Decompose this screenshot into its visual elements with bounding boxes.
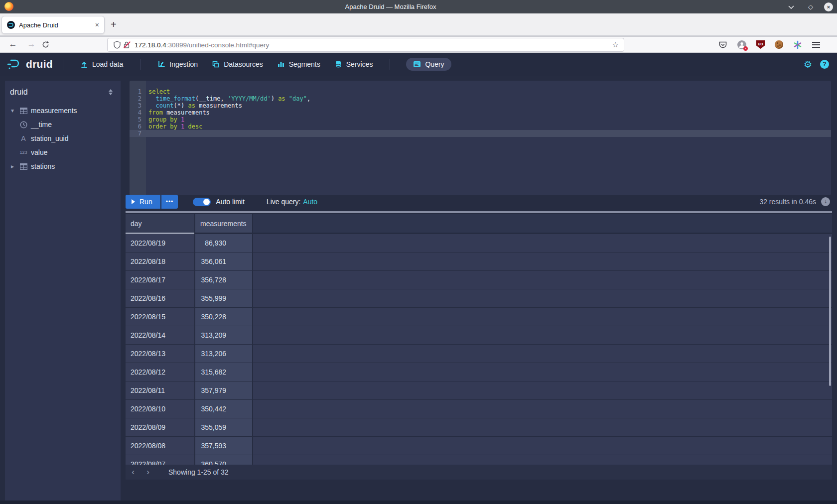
- settings-gear-icon[interactable]: ⚙: [804, 59, 812, 70]
- cell-measurements[interactable]: 360,570: [195, 455, 252, 465]
- menu-icon[interactable]: [812, 42, 820, 48]
- extension-asterisk-icon[interactable]: [793, 40, 802, 49]
- reload-icon[interactable]: [42, 41, 53, 48]
- run-button[interactable]: Run: [126, 195, 160, 209]
- table-row[interactable]: 2022/08/16355,999: [126, 289, 832, 307]
- nav-item-ingestion[interactable]: Ingestion: [157, 60, 198, 68]
- cell-measurements[interactable]: 350,442: [195, 400, 252, 418]
- minimize-icon[interactable]: [788, 5, 797, 9]
- table-row[interactable]: 2022/08/13313,206: [126, 345, 832, 363]
- run-more-button[interactable]: •••: [161, 195, 178, 209]
- editor-line[interactable]: 7: [130, 130, 831, 137]
- pocket-icon[interactable]: [718, 40, 727, 49]
- forward-icon[interactable]: →: [26, 39, 37, 49]
- cell-day[interactable]: 2022/08/10: [126, 400, 194, 418]
- cell-measurements[interactable]: 356,728: [195, 271, 252, 289]
- results-scrollbar[interactable]: [829, 237, 831, 386]
- bookmark-star-icon[interactable]: ☆: [612, 40, 619, 49]
- cell-day[interactable]: 2022/08/18: [126, 252, 194, 270]
- cell-day[interactable]: 2022/08/11: [126, 381, 194, 399]
- cell-day[interactable]: 2022/08/07: [126, 455, 194, 465]
- cell-measurements[interactable]: 355,999: [195, 289, 252, 307]
- back-icon[interactable]: ←: [7, 39, 18, 49]
- cell-measurements[interactable]: 355,059: [195, 418, 252, 436]
- cell-day[interactable]: 2022/08/19: [126, 234, 194, 252]
- druid-logo[interactable]: druid: [7, 58, 53, 70]
- schema-selector[interactable]: druid: [10, 88, 28, 97]
- cell-day[interactable]: 2022/08/14: [126, 326, 194, 344]
- chevron-right-icon[interactable]: ▸: [9, 163, 16, 170]
- row-filler: [253, 363, 832, 381]
- nav-item-services[interactable]: Services: [334, 60, 373, 68]
- help-icon[interactable]: ?: [820, 60, 829, 69]
- next-page-icon[interactable]: ›: [140, 467, 155, 477]
- nav-item-query-active[interactable]: Query: [406, 58, 451, 71]
- cell-day[interactable]: 2022/08/16: [126, 289, 194, 307]
- table-row[interactable]: 2022/08/10350,442: [126, 400, 832, 418]
- cell-measurements[interactable]: 86,930: [195, 234, 252, 252]
- cookie-extension-icon[interactable]: [775, 40, 783, 49]
- table-row[interactable]: 2022/08/08357,593: [126, 437, 832, 455]
- double-caret-icon[interactable]: [108, 89, 114, 96]
- account-icon[interactable]: ×: [737, 40, 746, 49]
- load-data-icon: [80, 60, 88, 68]
- table-row[interactable]: 2022/08/1986,930: [126, 234, 832, 252]
- editor-line[interactable]: 6order by 1 desc: [130, 123, 831, 130]
- cell-measurements[interactable]: 315,682: [195, 363, 252, 381]
- tab-close-icon[interactable]: ×: [95, 21, 99, 29]
- editor-line[interactable]: 2 time_format(__time, 'YYYY/MM/dd') as "…: [130, 95, 831, 102]
- cell-day[interactable]: 2022/08/17: [126, 271, 194, 289]
- url-bar[interactable]: 172.18.0.4:30899/unified-console.html#qu…: [107, 38, 624, 52]
- column-header-measurements[interactable]: measurements: [195, 214, 252, 233]
- table-row[interactable]: 2022/08/18356,061: [126, 252, 832, 270]
- sql-editor[interactable]: 1select2 time_format(__time, 'YYYY/MM/dd…: [130, 81, 831, 195]
- tree-item-measurements[interactable]: ▾ measurements: [5, 104, 121, 118]
- editor-line[interactable]: 5group by 1: [130, 116, 831, 123]
- table-row[interactable]: 2022/08/07360,570: [126, 455, 832, 465]
- cell-measurements[interactable]: 313,209: [195, 326, 252, 344]
- tree-item-stations[interactable]: ▸ stations: [5, 159, 121, 173]
- table-row[interactable]: 2022/08/15350,228: [126, 308, 832, 326]
- editor-line[interactable]: 1select: [130, 88, 831, 95]
- tree-item-value[interactable]: 123 value: [5, 145, 121, 159]
- url-text[interactable]: 172.18.0.4:30899/unified-console.html#qu…: [135, 41, 612, 49]
- close-window-icon[interactable]: ×: [824, 2, 833, 11]
- nav-item-datasources[interactable]: Datasources: [212, 60, 263, 68]
- cell-day[interactable]: 2022/08/08: [126, 437, 194, 455]
- table-icon: [19, 163, 28, 170]
- cell-measurements[interactable]: 357,593: [195, 437, 252, 455]
- panel-splitter[interactable]: [126, 211, 832, 213]
- editor-line[interactable]: 3 count(*) as measurements: [130, 102, 831, 109]
- cell-measurements[interactable]: 350,228: [195, 308, 252, 326]
- cell-day[interactable]: 2022/08/12: [126, 363, 194, 381]
- insecure-lock-icon[interactable]: [124, 41, 130, 48]
- tracking-shield-icon[interactable]: [114, 41, 121, 49]
- cell-day[interactable]: 2022/08/09: [126, 418, 194, 436]
- download-results-icon[interactable]: ↓: [821, 197, 830, 206]
- cell-day[interactable]: 2022/08/15: [126, 308, 194, 326]
- ublock-icon[interactable]: UO: [756, 40, 765, 49]
- browser-tab[interactable]: Apache Druid ×: [1, 16, 105, 34]
- cell-measurements[interactable]: 356,061: [195, 252, 252, 270]
- nav-item-segments[interactable]: Segments: [277, 60, 320, 68]
- table-row[interactable]: 2022/08/17356,728: [126, 271, 832, 289]
- table-row[interactable]: 2022/08/09355,059: [126, 418, 832, 436]
- cell-day[interactable]: 2022/08/13: [126, 345, 194, 363]
- maximize-icon[interactable]: ◇: [806, 3, 815, 10]
- prev-page-icon[interactable]: ‹: [126, 467, 140, 477]
- chevron-down-icon[interactable]: ▾: [9, 107, 16, 114]
- column-header-day[interactable]: day: [126, 214, 194, 233]
- editor-line[interactable]: 4from measurements: [130, 109, 831, 116]
- tree-item-station-uuid[interactable]: A station_uuid: [5, 131, 121, 145]
- live-query-value[interactable]: Auto: [303, 198, 317, 206]
- cell-measurements[interactable]: 313,206: [195, 345, 252, 363]
- sql-editor-lines[interactable]: 1select2 time_format(__time, 'YYYY/MM/dd…: [130, 88, 831, 137]
- cell-measurements[interactable]: 357,979: [195, 381, 252, 399]
- nav-item-load-data[interactable]: Load data: [80, 60, 123, 68]
- table-row[interactable]: 2022/08/12315,682: [126, 363, 832, 381]
- table-row[interactable]: 2022/08/14313,209: [126, 326, 832, 344]
- table-row[interactable]: 2022/08/11357,979: [126, 381, 832, 399]
- tree-item-time[interactable]: __time: [5, 118, 121, 131]
- new-tab-button[interactable]: +: [111, 19, 117, 29]
- auto-limit-toggle[interactable]: [193, 198, 211, 206]
